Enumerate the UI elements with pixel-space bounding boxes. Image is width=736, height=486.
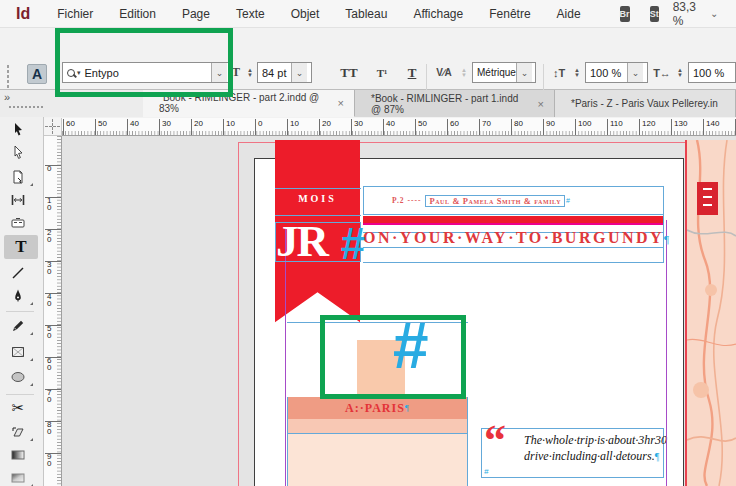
type-tool-glyph: T xyxy=(15,237,26,257)
ruler-label: 4 0 xyxy=(45,293,61,307)
bleed-guide-left xyxy=(238,142,239,486)
close-icon[interactable]: × xyxy=(338,97,344,109)
selection-tool[interactable] xyxy=(7,119,29,141)
expand-panels-icon[interactable]: » xyxy=(4,91,9,103)
type-tool[interactable]: T xyxy=(4,235,38,259)
menu-aide[interactable]: Aide xyxy=(544,7,594,21)
horizontal-scale-icon: T↔ xyxy=(651,62,673,83)
rectangle-frame-tool[interactable] xyxy=(7,341,29,363)
tab-document-3[interactable]: *Paris - Z - Paris Vaux Pellerey.in xyxy=(555,90,736,117)
kerning-combo[interactable]: Métrique ⌄ xyxy=(472,62,536,83)
ruler-label: 5 0 xyxy=(45,325,61,339)
underline-button[interactable]: T xyxy=(399,62,425,83)
kerning-stepper[interactable]: ▲▼ xyxy=(458,62,470,83)
content-collector-tool[interactable] xyxy=(7,212,29,234)
character-formatting-toggle[interactable]: A xyxy=(27,64,47,84)
masthead-red-bar[interactable] xyxy=(363,216,664,223)
vertical-scale-combo[interactable]: 100 % ⌄ xyxy=(585,62,648,83)
menu-fichier[interactable]: Fichier xyxy=(44,7,106,21)
bridge-icon[interactable]: Br xyxy=(620,6,630,22)
vertical-ruler[interactable]: 01 02 03 04 05 06 07 08 09 0 xyxy=(44,136,62,486)
indesign-window: Id Fichier Edition Page Texte Objet Tabl… xyxy=(0,0,736,486)
initials-text[interactable]: JR xyxy=(276,219,327,263)
page-reference: P.2 ---- xyxy=(392,196,421,205)
gradient-swatch-tool[interactable] xyxy=(7,444,29,466)
menu-fenetre[interactable]: Fenêtre xyxy=(476,7,543,21)
pull-quote-text[interactable]: The·whole·trip·is·about·3hr30 drive·incl… xyxy=(524,432,667,465)
ruler-label: 110 xyxy=(607,119,623,135)
horizontal-scale-field[interactable]: 100 % xyxy=(688,62,736,83)
family-names-text[interactable]: Paul & Pamela Smith & family xyxy=(425,195,565,207)
ruler-label: 10 xyxy=(287,119,299,135)
superscript-button[interactable]: T¹ xyxy=(369,62,395,83)
direct-selection-tool[interactable] xyxy=(7,142,29,164)
quotation-mark: “ xyxy=(484,419,503,463)
menu-edition[interactable]: Edition xyxy=(106,7,169,21)
menu-tableau[interactable]: Tableau xyxy=(332,7,400,21)
map-image[interactable] xyxy=(687,140,736,486)
end-of-story-mark: # xyxy=(566,197,570,204)
ruler-label: 130 xyxy=(671,119,687,135)
workspace: T ✂ xyxy=(0,117,736,486)
document-canvas[interactable]: MOIS JR # P.2 ---- Paul & Pamela Smith &… xyxy=(62,136,736,486)
font-size-stepper[interactable]: ▲▼ xyxy=(244,62,256,83)
chevron-down-icon[interactable]: ⌄ xyxy=(710,8,718,19)
gradient-feather-tool[interactable] xyxy=(7,467,29,486)
pilcrow-mark: ¶ xyxy=(664,233,669,245)
tab-document-2[interactable]: *Book - RIMLINGER - part 1.indd @ 87% × xyxy=(355,90,555,117)
vertical-scale-stepper[interactable]: ▲▼ xyxy=(571,62,583,83)
scissors-tool[interactable]: ✂ xyxy=(7,397,29,419)
annotation-box-hash xyxy=(320,315,466,399)
ruler-origin-corner[interactable] xyxy=(44,118,62,136)
running-header-frame[interactable]: P.2 ---- Paul & Pamela Smith & family # xyxy=(363,186,664,215)
all-caps-button[interactable]: TT xyxy=(336,62,362,83)
tab-label: *Paris - Z - Paris Vaux Pellerey.in xyxy=(571,98,718,109)
ruler-label: 100 xyxy=(575,119,591,135)
ellipse-tool[interactable] xyxy=(7,366,29,388)
line-tool[interactable] xyxy=(7,262,29,284)
pen-tool[interactable] xyxy=(7,285,29,307)
ruler-label: 7 0 xyxy=(45,389,61,403)
ruler-label: 8 0 xyxy=(45,421,61,435)
ruler-label: 10 xyxy=(223,119,235,135)
menu-affichage[interactable]: Affichage xyxy=(400,7,476,21)
ribbon-month-label[interactable]: MOIS xyxy=(275,193,360,204)
chevron-down-icon[interactable]: ⌄ xyxy=(516,63,532,82)
ruler-label: 30 xyxy=(351,119,363,135)
column-guide-right[interactable] xyxy=(666,220,667,486)
panel-grip-dots[interactable] xyxy=(8,105,44,110)
menu-page[interactable]: Page xyxy=(169,7,223,21)
menu-texte[interactable]: Texte xyxy=(223,7,278,21)
close-icon[interactable]: × xyxy=(538,98,544,110)
masthead-magenta-rule xyxy=(363,223,664,225)
menu-objet[interactable]: Objet xyxy=(278,7,333,21)
headline-text[interactable]: ON·YOUR·WAY·TO·BURGUNDY¶ xyxy=(363,229,664,247)
column-guide-left[interactable] xyxy=(285,228,286,486)
stock-icon[interactable]: St xyxy=(650,6,659,22)
free-transform-tool[interactable] xyxy=(7,421,29,443)
chevron-down-icon[interactable]: ⌄ xyxy=(627,63,643,82)
end-of-story-mark: # xyxy=(484,467,488,476)
gap-tool[interactable] xyxy=(7,189,29,211)
font-size-combo[interactable]: 84 pt ⌄ xyxy=(257,62,312,83)
pencil-tool[interactable] xyxy=(7,315,29,337)
chevron-down-icon[interactable]: ⌄ xyxy=(291,63,307,82)
section-body-panel[interactable] xyxy=(288,434,467,486)
tools-panel: T ✂ xyxy=(0,117,44,486)
pull-quote-frame[interactable]: “ The·whole·trip·is·about·3hr30 drive·in… xyxy=(481,428,664,478)
section-frame[interactable]: A:·PARIS¶ xyxy=(287,397,468,486)
ruler-label: 0 xyxy=(45,165,61,173)
ruler-label: 40 xyxy=(383,119,395,135)
vertical-scale-value: 100 % xyxy=(590,67,621,79)
pilcrow-mark: ¶ xyxy=(405,403,410,413)
ruler-label: 120 xyxy=(639,119,655,135)
zoom-level-value[interactable]: 83,3 % xyxy=(673,0,696,28)
section-title-bar[interactable]: A:·PARIS¶ xyxy=(288,397,467,419)
page-tool[interactable] xyxy=(7,166,29,188)
frame-edge xyxy=(275,188,361,189)
baseline-grid-line xyxy=(363,247,664,248)
hash-character-small[interactable]: # xyxy=(340,224,364,264)
horizontal-scale-stepper[interactable]: ▲▼ xyxy=(674,62,686,83)
horizontal-ruler[interactable]: 6050403020100102030405060708090100110120… xyxy=(62,118,736,136)
ruler-label: 20 xyxy=(319,119,331,135)
